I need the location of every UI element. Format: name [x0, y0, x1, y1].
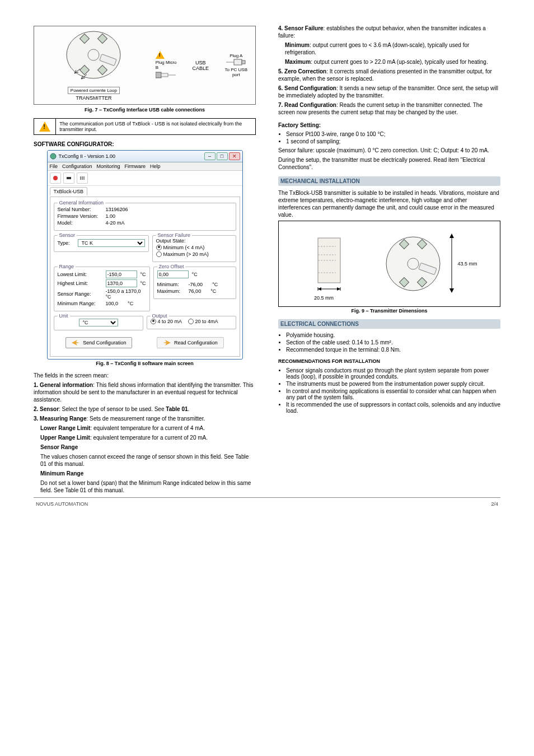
figure-7-diagram: Powered currente Loop TRANSMITTER Plug M…: [34, 26, 256, 105]
warning-icon: [156, 51, 165, 59]
serial-number-label: Serial Number:: [58, 207, 102, 212]
send-icon: [72, 340, 79, 346]
plug-micro-b-label: Plug Micro B: [156, 60, 181, 70]
radio-maximum[interactable]: Maximum (> 20 mA): [156, 251, 209, 257]
read-configuration-button[interactable]: Read Configuration: [157, 337, 224, 348]
firmware-version-label: Firmware Version:: [58, 213, 102, 219]
group-sensor-failure: Sensor Failure Output State: Minimum (< …: [152, 235, 236, 262]
svg-marker-30: [337, 287, 340, 291]
toolbar-device-icon[interactable]: [63, 172, 74, 184]
recommendations-heading: RECOMMENDATIONS FOR INSTALLATION: [278, 358, 500, 365]
dimension-width: 20.5 mm: [301, 295, 346, 301]
txconfig-window: TxConfig II - Version 1.00 – □ ✕ File Co…: [47, 150, 243, 360]
app-icon: [50, 153, 57, 160]
svg-rect-11: [234, 59, 242, 65]
svg-point-14: [53, 176, 58, 180]
field-5-label: 5. Zero Correction: [278, 68, 326, 74]
transmitter-puck-icon: [64, 30, 123, 86]
menu-monitoring[interactable]: Monitoring: [97, 164, 120, 169]
radio-20-to-4[interactable]: 20 to 4mA: [188, 319, 218, 324]
close-button[interactable]: ✕: [229, 152, 240, 160]
warning-icon: [39, 122, 50, 132]
field-7-label: 7. Read Configuration: [278, 102, 336, 108]
field-4-label: 4. Sensor Failure: [278, 25, 324, 31]
menu-configuration[interactable]: Configuration: [62, 164, 92, 169]
footer-page-number: 2/4: [491, 501, 498, 507]
svg-rect-8: [161, 73, 168, 77]
toolbar-stop-icon[interactable]: [50, 172, 61, 184]
figure-7-caption: Fig. 7 – TxConfig Interface USB cable co…: [34, 107, 256, 113]
minimize-button[interactable]: –: [204, 152, 216, 160]
figure-9-diagram: 20.5 mm: [278, 221, 500, 307]
list-item: The instruments must be powered from the…: [286, 381, 500, 387]
menu-firmware[interactable]: Firmware: [125, 164, 146, 169]
group-zero-offset: Zero Offset °C Minimum:-76,00 °C Maximum…: [153, 267, 236, 299]
output-state-label: Output State:: [156, 238, 232, 244]
field-1-label: 1. General information: [34, 382, 93, 388]
model-value: 4-20 mA: [106, 220, 125, 226]
sensor-type-select[interactable]: TC K: [78, 239, 145, 247]
serial-number-value: 13196206: [106, 207, 128, 212]
svg-marker-39: [449, 234, 454, 238]
height-arrow-icon: [446, 232, 457, 294]
field-6-label: 6. Send Configuration: [278, 85, 336, 91]
usb-a-plug-icon: [226, 58, 246, 66]
list-item: 1 second of sampling;: [286, 138, 500, 144]
svg-point-13: [50, 153, 56, 159]
highest-limit-input[interactable]: [106, 279, 137, 287]
window-titlebar: TxConfig II - Version 1.00 – □ ✕: [48, 151, 242, 162]
field-2-label: 2. Sensor: [34, 406, 59, 412]
svg-marker-29: [318, 287, 321, 291]
transmitter-label: TRANSMITTER: [38, 95, 150, 101]
dimension-height: 43.5 mm: [457, 261, 477, 267]
list-item: Polyamide housing.: [286, 332, 500, 338]
field-3-label: 3. Measuring Range: [34, 416, 86, 422]
send-configuration-button[interactable]: Send Configuration: [65, 337, 132, 348]
group-sensor: Sensor Type: TC K: [54, 235, 149, 252]
firmware-version-value: 1.00: [106, 213, 116, 219]
svg-marker-40: [449, 288, 454, 293]
side-dimension-icon: [301, 227, 346, 294]
radio-minimum[interactable]: Minimum (< 4 mA): [156, 245, 205, 250]
svg-marker-20: [163, 340, 171, 346]
mechanical-installation-heading: MECHANICAL INSTALLATION: [278, 176, 500, 186]
lowest-limit-input[interactable]: [106, 270, 137, 278]
menu-help[interactable]: Help: [150, 164, 161, 169]
menu-file[interactable]: File: [50, 164, 58, 169]
micro-b-plug-icon: [156, 71, 176, 79]
usb-cable-label: USB CABLE: [186, 60, 214, 71]
maximize-button[interactable]: □: [217, 152, 228, 160]
read-icon: [163, 340, 171, 346]
figure-8-caption: Fig. 8 – TxConfig II software main scree…: [34, 361, 256, 366]
to-pc-port-label: To PC USB port: [221, 67, 252, 77]
svg-rect-12: [242, 60, 245, 64]
group-range: Range Lowest Limit:°C Highest Limit:°C S…: [54, 267, 150, 311]
type-label: Type:: [58, 240, 74, 246]
plug-a-label: Plug A: [221, 53, 252, 58]
svg-rect-15: [67, 177, 71, 179]
figure-9-caption: Fig. 9 – Transmitter Dimensions: [278, 308, 500, 314]
window-title: TxConfig II - Version 1.00: [59, 153, 116, 159]
factory-setting-heading: Factory Setting:: [278, 122, 500, 129]
zero-offset-input[interactable]: [157, 270, 189, 278]
svg-rect-16: [80, 176, 81, 180]
list-item: Sensor signals conductors must go throug…: [286, 367, 500, 380]
list-item: Recommended torque in the terminal: 0.8 …: [286, 347, 500, 353]
group-output: Output 4 to 20 mA 20 to 4mA: [147, 316, 236, 329]
toolbar-bars-icon[interactable]: [77, 172, 88, 184]
list-item: Section of the cable used: 0.14 to 1.5 m…: [286, 339, 500, 346]
svg-marker-19: [72, 340, 79, 346]
unit-select[interactable]: °C: [79, 319, 118, 326]
svg-rect-17: [82, 176, 83, 180]
radio-4-to-20[interactable]: 4 to 20 mA: [151, 319, 182, 324]
software-config-heading: SOFTWARE CONFIGURATOR:: [34, 141, 256, 148]
caution-text: The communication port USB of TxBlock - …: [56, 119, 255, 134]
tab-device[interactable]: TxBlock-USB: [50, 187, 88, 195]
model-label: Model:: [58, 220, 102, 226]
electrical-connections-heading: ELECTRICAL CONNECTIONS: [278, 319, 500, 329]
footer-company: NOVUS AUTOMATION: [36, 501, 88, 507]
list-item: In control and monitoring applications i…: [286, 388, 500, 400]
group-general-information: General Information Serial Number:131962…: [54, 203, 236, 231]
caution-box: The communication port USB of TxBlock - …: [34, 118, 256, 135]
svg-rect-18: [83, 176, 85, 180]
